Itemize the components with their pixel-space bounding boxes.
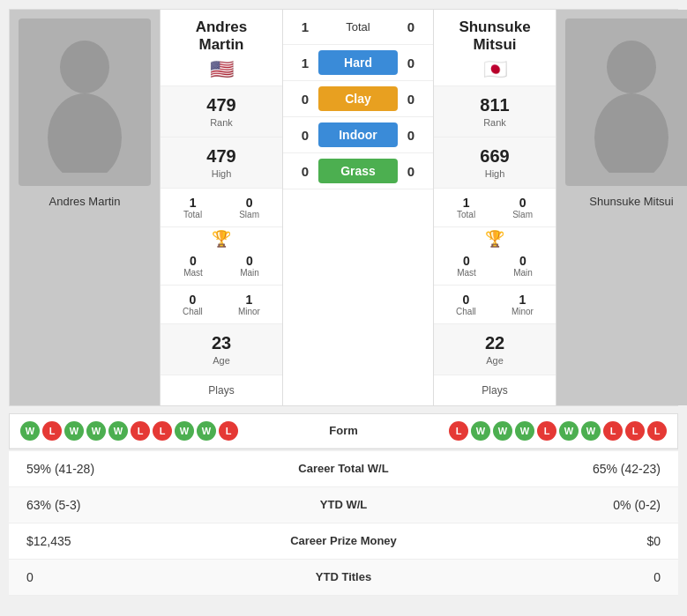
left-mast-main-row: 0 Mast 0 Main xyxy=(161,252,282,286)
surface-btn-hard[interactable]: Hard xyxy=(318,50,398,75)
form-badges-right: LWWWLWWLLL xyxy=(397,421,668,441)
stats-right-1: 0% (0-2) xyxy=(432,498,661,512)
right-minor-val: 1 xyxy=(519,293,526,307)
surface-row-hard: 1Hard0 xyxy=(283,45,433,81)
right-main-item: 0 Main xyxy=(513,254,533,278)
form-badge-right-4: L xyxy=(537,421,556,441)
left-avatar xyxy=(19,19,151,186)
surface-left-hard: 1 xyxy=(292,56,318,71)
left-mast-val: 0 xyxy=(190,254,197,268)
stats-left-0: 59% (41-28) xyxy=(26,462,256,476)
right-chall-lbl: Chall xyxy=(456,307,476,316)
surface-left-clay: 0 xyxy=(292,92,318,107)
stats-row-3: 0YTD Titles0 xyxy=(9,560,678,596)
surface-right-indoor: 0 xyxy=(398,128,424,143)
left-plays-label: Plays xyxy=(208,384,234,397)
form-badge-right-1: W xyxy=(471,421,490,441)
left-chall-lbl: Chall xyxy=(183,307,203,316)
surface-row-clay: 0Clay0 xyxy=(283,81,433,117)
left-stats-panel: Andres Martin 🇺🇸 479 Rank 479 High 1 Tot… xyxy=(160,10,283,405)
right-chall-minor-row: 0 Chall 1 Minor xyxy=(434,286,556,324)
right-plays-box: Plays xyxy=(434,375,556,405)
right-minor-lbl: Minor xyxy=(512,307,534,316)
form-badge-left-3: W xyxy=(86,421,106,441)
left-player-name-below: Andres Martin xyxy=(46,190,124,215)
right-mast-lbl: Mast xyxy=(457,268,476,278)
left-mast-lbl: Mast xyxy=(183,268,203,278)
right-chall-item: 0 Chall xyxy=(456,293,476,316)
left-total-lbl: Total xyxy=(183,210,202,219)
left-player-name-line1: Andres Martin xyxy=(165,19,278,55)
form-badges-left: WLWWWLLWWL xyxy=(20,421,291,441)
left-high-label: High xyxy=(212,168,232,179)
form-badge-right-3: W xyxy=(515,421,534,441)
stats-row-0: 59% (41-28)Career Total W/L65% (42-23) xyxy=(9,451,678,487)
left-age-label: Age xyxy=(213,355,230,366)
right-slam-val: 0 xyxy=(519,196,526,210)
right-stats-panel: Shunsuke Mitsui 🇯🇵 811 Rank 669 High 1 T… xyxy=(433,10,556,405)
right-player-name: Shunsuke Mitsui xyxy=(438,19,551,55)
right-player-photo: Shunsuke Mitsui xyxy=(556,10,687,405)
surface-btn-clay[interactable]: Clay xyxy=(318,86,398,111)
right-rank-label: Rank xyxy=(483,117,506,128)
form-badge-right-6: W xyxy=(581,421,601,441)
left-chall-item: 0 Chall xyxy=(183,293,203,316)
left-rank-value: 479 xyxy=(206,95,235,115)
form-badge-left-6: L xyxy=(153,421,172,441)
right-rank-box: 811 Rank xyxy=(434,86,556,137)
surface-right-clay: 0 xyxy=(398,92,424,107)
surface-btn-total[interactable]: Total xyxy=(318,15,398,39)
right-total-lbl: Total xyxy=(457,210,475,219)
left-high-box: 479 High xyxy=(161,137,282,189)
form-badge-left-5: L xyxy=(131,421,150,441)
right-main-lbl: Main xyxy=(513,268,533,278)
stats-table: 59% (41-28)Career Total W/L65% (42-23)63… xyxy=(9,451,678,596)
left-age-box: 23 Age xyxy=(161,324,282,375)
svg-point-0 xyxy=(60,41,109,93)
stats-label-3: YTD Titles xyxy=(256,570,432,583)
right-player-header: Shunsuke Mitsui 🇯🇵 xyxy=(434,10,556,86)
left-plays-box: Plays xyxy=(161,375,282,405)
surface-btn-grass[interactable]: Grass xyxy=(318,159,398,183)
right-avatar xyxy=(565,19,687,186)
right-trophy-row: 🏆 xyxy=(434,227,556,252)
left-rank-label: Rank xyxy=(210,117,233,128)
left-trophy-icon: 🏆 xyxy=(212,229,231,249)
left-high-value: 479 xyxy=(206,146,235,167)
form-badge-right-0: L xyxy=(449,421,468,441)
left-slam-item: 0 Slam xyxy=(239,196,259,219)
left-chall-minor-row: 0 Chall 1 Minor xyxy=(161,286,282,324)
right-chall-val: 0 xyxy=(463,293,470,307)
top-comparison: Andres Martin Andres Martin 🇺🇸 479 Rank … xyxy=(9,9,678,406)
form-badge-left-9: L xyxy=(219,421,238,441)
right-total-item: 1 Total xyxy=(457,196,475,219)
right-wins-row: 1 Total 0 Slam xyxy=(434,189,556,227)
form-badge-left-2: W xyxy=(64,421,84,441)
surface-left-indoor: 0 xyxy=(292,128,318,143)
stats-left-1: 63% (5-3) xyxy=(26,498,256,512)
right-main-val: 0 xyxy=(519,254,526,268)
surface-btn-indoor[interactable]: Indoor xyxy=(318,122,398,147)
right-mast-main-row: 0 Mast 0 Main xyxy=(434,252,556,286)
svg-point-2 xyxy=(607,41,656,93)
left-flag: 🇺🇸 xyxy=(165,58,278,81)
stats-label-1: YTD W/L xyxy=(256,498,432,511)
surface-row-indoor: 0Indoor0 xyxy=(283,117,433,153)
stats-right-3: 0 xyxy=(432,570,661,584)
left-main-val: 0 xyxy=(246,254,253,268)
surface-right-total: 0 xyxy=(398,19,424,34)
surface-left-grass: 0 xyxy=(292,164,318,179)
right-trophy-icon: 🏆 xyxy=(485,229,504,249)
form-badge-right-7: L xyxy=(603,421,623,441)
left-trophy-row: 🏆 xyxy=(161,227,282,252)
form-badge-left-0: W xyxy=(20,421,40,441)
left-mast-item: 0 Mast xyxy=(183,254,203,278)
right-minor-item: 1 Minor xyxy=(512,293,534,316)
right-high-box: 669 High xyxy=(434,137,556,189)
right-plays-label: Plays xyxy=(482,384,507,397)
svg-point-1 xyxy=(48,93,122,173)
left-minor-item: 1 Minor xyxy=(238,293,260,316)
stats-label-0: Career Total W/L xyxy=(256,462,432,475)
right-total-val: 1 xyxy=(463,196,470,210)
left-main-lbl: Main xyxy=(240,268,259,278)
